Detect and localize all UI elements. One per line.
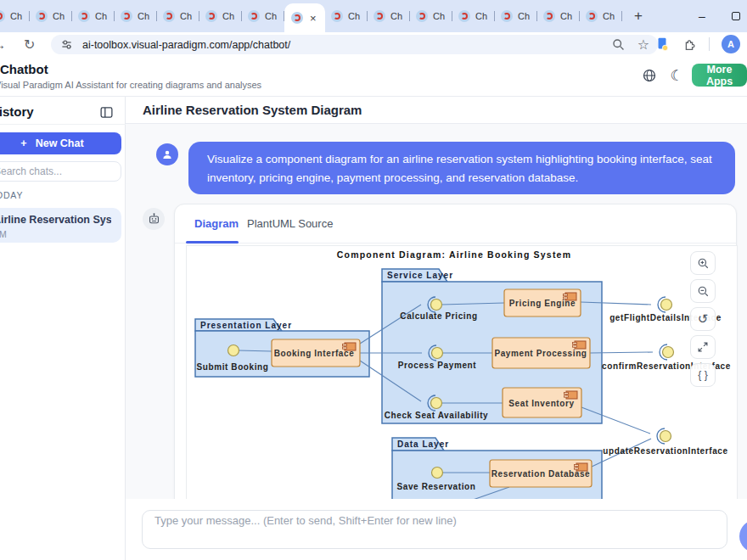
- close-icon[interactable]: ×: [310, 13, 317, 24]
- component-icon: [564, 293, 577, 300]
- active-tab[interactable]: ×: [284, 3, 325, 32]
- view-source-button[interactable]: { }: [690, 363, 716, 387]
- reset-zoom-button[interactable]: ↺: [690, 307, 716, 331]
- favicon-icon: [331, 10, 343, 22]
- browser-tab[interactable]: Ch: [30, 0, 72, 32]
- search-chats-input[interactable]: [0, 161, 121, 182]
- browser-tab[interactable]: Ch: [368, 0, 410, 32]
- sidebar: History + New Chat TODAY Airline Reserva…: [0, 97, 126, 560]
- collapse-sidebar-icon[interactable]: [97, 103, 115, 121]
- tabs-before: ChChChChChChCh: [0, 0, 284, 32]
- minimize-button[interactable]: –: [689, 0, 715, 32]
- favicon-icon: [458, 10, 470, 22]
- browser-tab[interactable]: Ch: [537, 0, 580, 32]
- history-title: History: [0, 104, 34, 119]
- browser-tab[interactable]: Ch: [199, 0, 242, 32]
- interface-ball: [228, 345, 239, 356]
- extensions-puzzle-icon[interactable]: [682, 36, 697, 52]
- favicon-icon: [163, 10, 175, 22]
- message-input[interactable]: [142, 510, 727, 549]
- favicon-icon: [501, 10, 513, 22]
- maximize-button[interactable]: [723, 0, 747, 32]
- tab-separator: [621, 11, 622, 21]
- tabs-after: ChChChChChChCh: [325, 0, 622, 32]
- reload-icon[interactable]: ↻: [24, 32, 35, 56]
- tab-label: Ch: [180, 11, 192, 21]
- result-card: Diagram PlantUML Source Component Diagra…: [174, 204, 737, 509]
- user-avatar: [156, 143, 178, 165]
- new-chat-label: New Chat: [36, 137, 84, 149]
- component-seat-inventory: Seat Inventory: [508, 399, 574, 408]
- favicon-icon: [543, 10, 555, 22]
- tab-strip: ChChChChChChCh × ChChChChChChCh + –: [0, 0, 747, 32]
- favicon-icon: [291, 12, 303, 24]
- globe-icon[interactable]: [638, 64, 660, 87]
- chat-history-item[interactable]: Airline Reservation System Dia... PM: [0, 208, 121, 243]
- browser-tab[interactable]: Ch: [325, 0, 368, 32]
- extensions-area: A: [654, 32, 747, 56]
- omnibox[interactable]: ai-toolbox.visual-paradigm.com/app/chatb…: [51, 35, 658, 54]
- component-payment-processing: Payment Processing: [494, 349, 587, 358]
- forward-icon[interactable]: →: [0, 32, 6, 56]
- active-tab-underline: [186, 241, 239, 244]
- tab-label: Ch: [95, 11, 107, 21]
- conversation-titlebar: Airline Reservation System Diagram: [126, 97, 747, 124]
- toolbar-divider: [709, 37, 710, 51]
- favicon-icon: [586, 10, 598, 22]
- url-text[interactable]: ai-toolbox.visual-paradigm.com/app/chatb…: [82, 39, 611, 51]
- browser-tab[interactable]: Ch: [580, 0, 622, 32]
- favicon-icon: [374, 10, 385, 22]
- profile-avatar[interactable]: A: [722, 35, 740, 53]
- bot-avatar: [143, 208, 165, 230]
- favicon-icon: [121, 10, 132, 22]
- component-booking-interface: Booking Interface: [274, 349, 355, 358]
- app-subtitle: Visual Paradigm AI Assistant for creatin…: [0, 80, 261, 90]
- maximize-icon: [732, 12, 740, 20]
- interface-ball: [431, 300, 442, 311]
- search-icon[interactable]: [611, 37, 626, 52]
- dark-mode-icon[interactable]: ☾: [666, 64, 688, 87]
- tab-label: Ch: [222, 11, 234, 21]
- browser-tab[interactable]: Ch: [495, 0, 537, 32]
- tab-label: Ch: [10, 11, 22, 21]
- tab-plantuml-source[interactable]: PlantUML Source: [247, 217, 333, 230]
- component-icon: [575, 463, 588, 471]
- diagram-zoom-toolbar: ↺ { }: [690, 251, 716, 387]
- tab-label: Ch: [348, 11, 360, 21]
- browser-tab[interactable]: Ch: [452, 0, 495, 32]
- browser-tab[interactable]: Ch: [0, 0, 30, 32]
- tab-label: Ch: [265, 11, 277, 21]
- interface-ball: [432, 348, 443, 359]
- bookmark-star-icon[interactable]: ☆: [637, 36, 649, 53]
- browser-tab[interactable]: Ch: [115, 0, 157, 32]
- screenshot-viewport: ChChChChChChCh × ChChChChChChCh + – → ↻ …: [0, 0, 747, 560]
- browser-tab[interactable]: Ch: [410, 0, 452, 32]
- zoom-out-button[interactable]: [690, 279, 716, 303]
- label-process-payment: Process Payment: [398, 361, 476, 370]
- browser-tab[interactable]: Ch: [242, 0, 284, 32]
- tab-diagram[interactable]: Diagram: [194, 217, 239, 230]
- person-icon: [160, 148, 174, 161]
- browser-toolbar: → ↻ ai-toolbox.visual-paradigm.com/app/c…: [0, 32, 747, 56]
- browser-tab[interactable]: Ch: [157, 0, 199, 32]
- browser-tab[interactable]: Ch: [72, 0, 115, 32]
- site-info-icon[interactable]: [59, 37, 74, 52]
- more-apps-button[interactable]: More Apps: [692, 64, 747, 87]
- package-presentation-layer: Presentation Layer: [200, 321, 292, 330]
- send-button[interactable]: [739, 520, 747, 552]
- user-message-bubble: Visualize a component diagram for an air…: [188, 142, 735, 194]
- diagram-canvas[interactable]: Component Diagram: Airline Booking Syste…: [186, 245, 738, 500]
- doc-extension-icon[interactable]: [654, 36, 670, 52]
- favicon-icon: [0, 10, 5, 22]
- favicon-icon: [78, 10, 90, 22]
- tab-label: Ch: [518, 11, 530, 21]
- new-chat-button[interactable]: + New Chat: [0, 132, 121, 154]
- chat-item-title: Airline Reservation System Dia...: [0, 214, 111, 226]
- package-service-layer: Service Layer: [387, 271, 453, 280]
- reset-zoom-icon: ↺: [698, 311, 709, 327]
- tab-label: Ch: [560, 11, 572, 21]
- new-tab-button[interactable]: +: [627, 5, 649, 27]
- zoom-in-button[interactable]: [690, 251, 716, 275]
- fullscreen-button[interactable]: [690, 335, 716, 359]
- code-braces-icon: { }: [698, 369, 707, 381]
